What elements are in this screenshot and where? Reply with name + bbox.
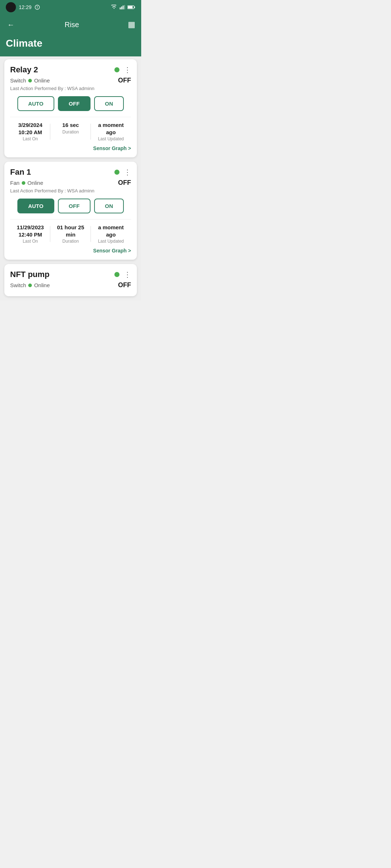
fan1-on-button[interactable]: ON <box>94 199 124 213</box>
battery-icon <box>127 5 135 10</box>
nftpump-online-indicator <box>114 272 119 277</box>
relay2-updated-label: Last Updated <box>92 136 130 141</box>
relay2-stat-laston: 3/29/202410:20 AM Last On <box>10 122 50 141</box>
fan1-header-right: ⋮ <box>114 169 131 176</box>
fan1-duration-label: Duration <box>52 239 89 244</box>
relay2-laston-value: 3/29/202410:20 AM <box>12 122 49 136</box>
fan1-stat-updated: a momentago Last Updated <box>91 224 131 244</box>
fan1-status: OFF <box>118 179 131 187</box>
fan1-off-button[interactable]: OFF <box>58 199 91 213</box>
nftpump-more-button[interactable]: ⋮ <box>124 271 131 278</box>
svg-rect-6 <box>134 7 135 8</box>
fan1-online-indicator <box>114 170 119 175</box>
fan1-subtitle-row: Fan Online OFF <box>10 179 131 187</box>
relay2-auto-button[interactable]: AUTO <box>17 96 54 111</box>
relay2-title: Relay 2 <box>10 65 38 75</box>
wifi-icon <box>111 5 117 10</box>
svg-rect-0 <box>120 8 121 9</box>
fan1-laston-value: 11/29/202312:40 PM <box>12 224 49 238</box>
fan1-type: Fan Online <box>10 180 43 186</box>
svg-rect-5 <box>128 6 133 9</box>
back-button[interactable]: ← <box>6 19 16 30</box>
fan1-dot <box>22 181 25 185</box>
relay2-stats-row: 3/29/202410:20 AM Last On 16 sec Duratio… <box>10 117 131 141</box>
nftpump-dot <box>28 284 32 287</box>
relay2-subtitle-row: Switch Online OFF <box>10 77 131 84</box>
relay2-on-button[interactable]: ON <box>94 96 124 111</box>
fan1-sensor-graph-anchor[interactable]: Sensor Graph > <box>93 248 131 254</box>
fan1-updated-label: Last Updated <box>92 239 130 244</box>
signal-icon <box>119 5 125 10</box>
nftpump-header-right: ⋮ <box>114 271 131 278</box>
fan1-toggle-row: AUTO OFF ON <box>10 199 131 213</box>
fan1-action-info: Last Action Performed By : WSA adminn <box>10 188 131 193</box>
notification-icon <box>34 4 40 10</box>
fan1-duration-value: 01 hour 25 min <box>52 224 89 238</box>
fan1-stat-laston: 11/29/202312:40 PM Last On <box>10 224 50 244</box>
fan1-more-button[interactable]: ⋮ <box>124 169 131 176</box>
relay2-more-button[interactable]: ⋮ <box>124 66 131 73</box>
svg-rect-2 <box>123 5 124 9</box>
relay2-status: OFF <box>118 77 131 84</box>
svg-rect-3 <box>124 5 125 9</box>
nftpump-title: NFT pump <box>10 270 50 279</box>
section-header: Climate <box>0 35 141 56</box>
qr-button[interactable]: ▦ <box>128 20 135 29</box>
relay2-off-button[interactable]: OFF <box>58 96 91 111</box>
nftpump-status: OFF <box>118 281 131 289</box>
nftpump-subtitle-row: Switch Online OFF <box>10 281 131 289</box>
nftpump-card: NFT pump ⋮ Switch Online OFF <box>4 264 137 296</box>
relay2-updated-value: a momentago <box>92 122 130 136</box>
section-title: Climate <box>6 38 42 49</box>
relay2-sensor-graph-anchor[interactable]: Sensor Graph > <box>93 145 131 151</box>
fan1-title: Fan 1 <box>10 167 31 177</box>
fan1-auto-button[interactable]: AUTO <box>17 199 54 213</box>
status-bar: 12:29 <box>0 0 141 14</box>
relay2-toggle-row: AUTO OFF ON <box>10 96 131 111</box>
relay2-duration-value: 16 sec <box>52 122 89 129</box>
relay2-laston-label: Last On <box>12 136 49 141</box>
avatar-icon <box>6 2 16 12</box>
fan1-header: Fan 1 ⋮ <box>10 167 131 177</box>
relay2-stat-duration: 16 sec Duration <box>50 122 91 141</box>
relay2-dot <box>28 79 32 82</box>
nftpump-type: Switch Online <box>10 282 50 288</box>
fan1-sensor-graph-link[interactable]: Sensor Graph > <box>10 247 131 254</box>
relay2-type: Switch Online <box>10 77 50 84</box>
relay2-stat-updated: a momentago Last Updated <box>91 122 131 141</box>
app-bar: ← Rise ▦ <box>0 14 141 35</box>
relay2-duration-label: Duration <box>52 129 89 135</box>
relay2-header-right: ⋮ <box>114 66 131 73</box>
fan1-card: Fan 1 ⋮ Fan Online OFF Last Action Perfo… <box>4 162 137 260</box>
svg-rect-1 <box>121 7 122 9</box>
app-title: Rise <box>64 21 79 29</box>
fan1-laston-label: Last On <box>12 239 49 244</box>
relay2-sensor-graph-link[interactable]: Sensor Graph > <box>10 145 131 152</box>
fan1-updated-value: a momentago <box>92 224 130 238</box>
relay2-header: Relay 2 ⋮ <box>10 65 131 75</box>
status-left: 12:29 <box>6 2 40 12</box>
relay2-online-indicator <box>114 67 119 72</box>
relay2-action-info: Last Action Performed By : WSA adminn <box>10 86 131 91</box>
status-time: 12:29 <box>19 4 31 10</box>
fan1-stats-row: 11/29/202312:40 PM Last On 01 hour 25 mi… <box>10 219 131 244</box>
cards-container: Relay 2 ⋮ Switch Online OFF Last Action … <box>0 56 141 301</box>
status-icons <box>111 5 135 10</box>
nftpump-header: NFT pump ⋮ <box>10 270 131 279</box>
relay2-card: Relay 2 ⋮ Switch Online OFF Last Action … <box>4 59 137 157</box>
fan1-stat-duration: 01 hour 25 min Duration <box>50 224 91 244</box>
